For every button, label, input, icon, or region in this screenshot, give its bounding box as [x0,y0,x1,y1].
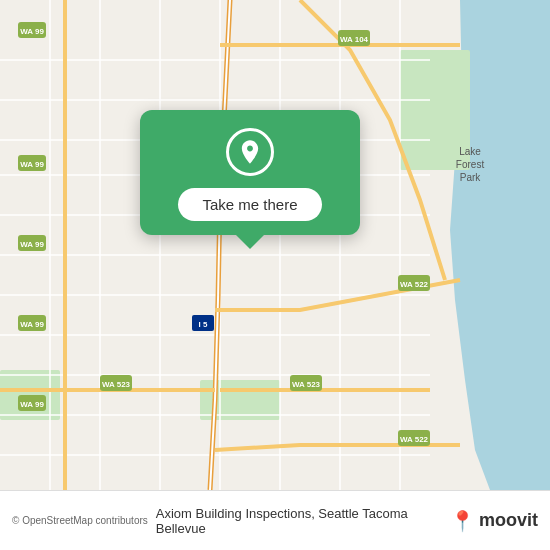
svg-text:Park: Park [460,172,482,183]
popup-card: Take me there [140,110,360,235]
moovit-logo: 📍 moovit [450,509,538,533]
svg-text:Forest: Forest [456,159,485,170]
svg-text:I 5: I 5 [199,320,208,329]
location-name: Axiom Building Inspections, Seattle Taco… [156,506,442,536]
svg-text:WA 522: WA 522 [400,435,429,444]
take-me-there-button[interactable]: Take me there [178,188,321,221]
svg-text:WA 99: WA 99 [20,320,44,329]
svg-text:WA 99: WA 99 [20,240,44,249]
bottom-bar: © OpenStreetMap contributors Axiom Build… [0,490,550,550]
location-icon-wrapper [226,128,274,176]
svg-text:WA 522: WA 522 [400,280,429,289]
location-pin-icon [236,138,264,166]
moovit-pin-icon: 📍 [450,509,475,533]
svg-text:WA 523: WA 523 [102,380,131,389]
svg-text:WA 104: WA 104 [340,35,369,44]
svg-text:WA 523: WA 523 [292,380,321,389]
svg-text:WA 99: WA 99 [20,160,44,169]
map-container: WA 99 WA 99 WA 99 WA 99 WA 99 WA 104 I 5… [0,0,550,490]
svg-text:WA 99: WA 99 [20,400,44,409]
svg-text:WA 99: WA 99 [20,27,44,36]
moovit-label: moovit [479,510,538,531]
svg-text:Lake: Lake [459,146,481,157]
copyright-text: © OpenStreetMap contributors [12,515,148,526]
